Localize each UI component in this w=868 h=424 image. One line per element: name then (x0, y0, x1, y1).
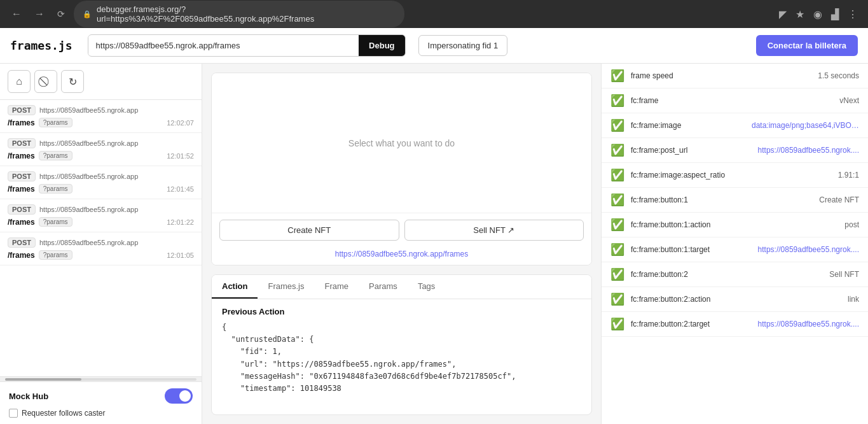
validation-value: https://0859adfbee55.ngrok.... (758, 245, 859, 254)
toggle-thumb (179, 390, 191, 402)
validation-key: fc:frame:button:2:target (631, 320, 752, 329)
reload-button[interactable]: ⟳ (53, 6, 69, 22)
check-icon: ✅ (610, 193, 624, 207)
tab-params[interactable]: Params (359, 275, 408, 299)
check-icon: ✅ (610, 243, 624, 257)
bookmark-icon: ★ (793, 6, 807, 23)
cast-icon: ◤ (776, 6, 789, 23)
params-badge: ?params (39, 184, 72, 194)
create-nft-button[interactable]: Create NFT (219, 220, 399, 241)
tabs-bar: ActionFrames.jsFrameParamsTags (212, 275, 591, 299)
refresh-icon: ↻ (69, 76, 77, 88)
check-icon: ✅ (610, 69, 624, 83)
validation-key: fc:frame:button:2 (631, 270, 823, 279)
home-toolbar-button[interactable]: ⌂ (8, 70, 31, 93)
home-icon: ⌂ (16, 76, 22, 87)
validation-key: fc:frame:image:aspect_ratio (631, 171, 832, 180)
request-time: 12:01:22 (167, 218, 194, 226)
mock-hub-toggle[interactable] (165, 388, 193, 404)
sell-nft-button[interactable]: Sell NFT ↗ (404, 220, 584, 241)
scrollbar-track (5, 378, 196, 381)
check-icon: ✅ (610, 267, 624, 281)
method-badge: POST (8, 105, 36, 115)
app-logo: frames.js (10, 39, 72, 52)
mock-hub-label: Mock Hub (9, 392, 48, 401)
impersonate-button[interactable]: Impersonating fid 1 (418, 35, 508, 56)
request-path: /frames (8, 185, 35, 194)
validation-row: ✅ fc:frame:button:2:action link (602, 287, 868, 312)
requester-follows-label: Requester follows caster (22, 409, 105, 418)
url-input[interactable] (88, 36, 359, 55)
forward-button[interactable]: → (31, 6, 48, 22)
validation-key: fc:frame:button:1:target (631, 245, 752, 254)
validation-key: fc:frame:button:1:action (631, 220, 838, 229)
validation-row: ✅ fc:frame:button:1 Create NFT (602, 188, 868, 213)
tab-framesjs[interactable]: Frames.js (258, 275, 314, 299)
validation-key: fc:frame:button:2:action (631, 295, 841, 304)
validation-value: data:image/png;base64,iVBOR... (752, 121, 859, 130)
validation-key: fc:frame:image (631, 121, 745, 130)
validation-row: ✅ fc:frame:image:aspect_ratio 1.91:1 (602, 163, 868, 188)
browser-address-bar[interactable]: 🔒 debugger.framesjs.org/?url=https%3A%2F… (74, 1, 404, 27)
request-item[interactable]: POST https://0859adfbee55.ngrok.app /fra… (0, 232, 202, 265)
validation-value: https://0859adfbee55.ngrok.... (758, 146, 859, 155)
request-item[interactable]: POST https://0859adfbee55.ngrok.app /fra… (0, 100, 202, 133)
validation-value: 1.91:1 (838, 171, 859, 180)
params-badge: ?params (39, 151, 72, 160)
validation-value: link (848, 295, 859, 304)
validation-row: ✅ frame speed 1.5 seconds (602, 64, 868, 88)
bottom-panel: ActionFrames.jsFrameParamsTags Previous … (211, 274, 592, 415)
frame-preview: Select what you want to do Create NFT Se… (211, 73, 592, 265)
validation-value: 1.5 seconds (818, 71, 859, 80)
validation-row: ✅ fc:frame:button:2:target https://0859a… (602, 312, 868, 337)
browser-chrome: ← → ⟳ 🔒 debugger.framesjs.org/?url=https… (0, 0, 868, 28)
request-time: 12:01:05 (167, 251, 194, 259)
tab-tags[interactable]: Tags (408, 275, 445, 299)
method-badge: POST (8, 204, 36, 215)
connect-wallet-button[interactable]: Conectar la billetera (756, 35, 858, 56)
lock-icon: 🔒 (83, 10, 92, 18)
params-badge: ?params (39, 217, 72, 227)
validation-key: fc:frame:button:1 (631, 195, 813, 204)
validation-row: ✅ fc:frame:button:2 Sell NFT (602, 262, 868, 287)
request-path: /frames (8, 251, 35, 260)
horizontal-scrollbar[interactable] (0, 376, 202, 381)
main-layout: ⌂ ⃠ ↻ POST https://0859adfbee55.ngrok.ap… (0, 64, 868, 424)
browser-actions: ◤ ★ ◉ ▟ ⋮ (776, 6, 860, 23)
method-badge: POST (8, 171, 36, 181)
url-input-wrapper: Debug (88, 34, 406, 57)
requester-follows-checkbox[interactable] (9, 409, 18, 418)
validation-row: ✅ fc:frame vNext (602, 88, 868, 113)
sidebar: ⌂ ⃠ ↻ POST https://0859adfbee55.ngrok.ap… (0, 64, 202, 424)
frame-url: https://0859adfbee55.ngrok.app/frames (212, 247, 591, 265)
check-icon: ✅ (610, 143, 624, 157)
request-url: https://0859adfbee55.ngrok.app (39, 173, 138, 180)
frame-image-area: Select what you want to do (212, 73, 591, 213)
validation-key: fc:frame:post_url (631, 146, 752, 155)
request-list: POST https://0859adfbee55.ngrok.app /fra… (0, 100, 202, 376)
check-icon: ✅ (610, 118, 624, 132)
debug-button[interactable]: Debug (359, 35, 404, 56)
frame-placeholder-text: Select what you want to do (348, 138, 455, 148)
request-url: https://0859adfbee55.ngrok.app (39, 139, 138, 147)
tab-action[interactable]: Action (212, 275, 258, 299)
request-time: 12:01:45 (167, 185, 194, 193)
block-toolbar-button[interactable]: ⃠ (34, 70, 57, 93)
validation-key: frame speed (631, 71, 811, 80)
mock-hub-section: Mock Hub Requester follows caster (0, 381, 202, 424)
request-path: /frames (8, 218, 35, 227)
request-item[interactable]: POST https://0859adfbee55.ngrok.app /fra… (0, 133, 202, 166)
validation-key: fc:frame (631, 96, 833, 105)
request-item[interactable]: POST https://0859adfbee55.ngrok.app /fra… (0, 199, 202, 232)
sidebar-toolbar: ⌂ ⃠ ↻ (0, 64, 202, 100)
request-time: 12:02:07 (167, 119, 194, 127)
validation-row: ✅ fc:frame:button:1:action post (602, 213, 868, 237)
params-badge: ?params (39, 250, 72, 260)
app-header: frames.js Debug Impersonating fid 1 Cone… (0, 28, 868, 64)
back-button[interactable]: ← (8, 6, 25, 22)
tab-content: Previous Action { "untrustedData": { "fi… (212, 299, 591, 414)
request-path: /frames (8, 152, 35, 160)
refresh-toolbar-button[interactable]: ↻ (61, 70, 84, 93)
tab-frame[interactable]: Frame (315, 275, 359, 299)
request-item[interactable]: POST https://0859adfbee55.ngrok.app /fra… (0, 166, 202, 199)
